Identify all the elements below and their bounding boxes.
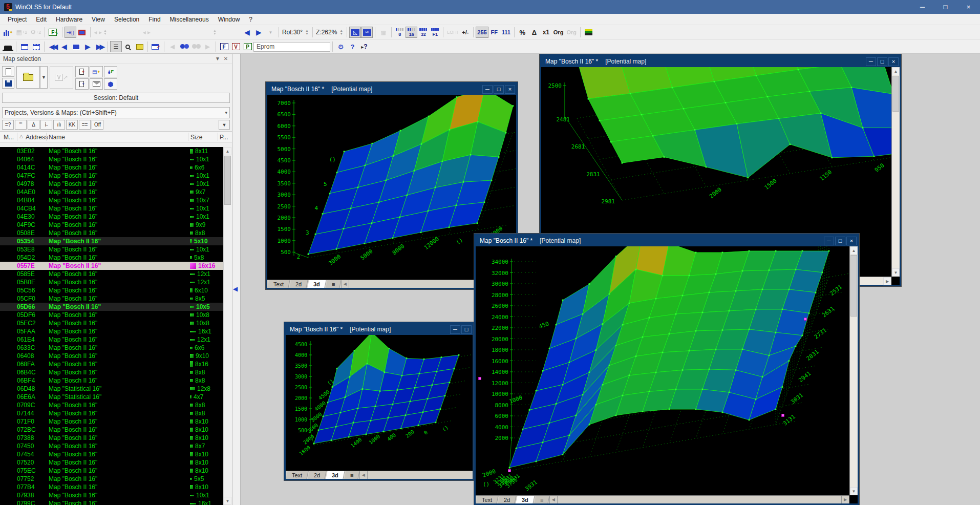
minimize-button[interactable]: ─ xyxy=(911,0,934,14)
map-table-header[interactable]: M... △ Address Name Size P... xyxy=(0,131,232,142)
map-row-07938[interactable]: 07938Map "Bosch II 16"10x1 xyxy=(0,491,223,499)
updown-spinner[interactable]: ▲▼ xyxy=(209,27,221,38)
map-row-07752[interactable]: 07752Map "Bosch II 16"5x5 xyxy=(0,475,223,483)
map-row-0414C[interactable]: 0414CMap "Bosch II 16"6x6 xyxy=(0,163,223,172)
search-again-button[interactable] xyxy=(190,41,202,52)
map-row-03E02[interactable]: 03E02Map "Bosch II 16"8x11 xyxy=(0,147,223,155)
map-row-05354[interactable]: 05354Map "Bosch II 16"5x10 xyxy=(0,237,223,245)
add-version-button[interactable]: ▦+2 xyxy=(15,27,29,38)
map-row-071F0[interactable]: 071F0Map "Bosch II 16"8x10 xyxy=(0,417,223,426)
window-a-close-button[interactable]: × xyxy=(505,85,515,94)
open-project-button[interactable] xyxy=(16,66,40,89)
map-row-06D48[interactable]: 06D48Map "Statistical 16"12x8 xyxy=(0,385,223,393)
map-row-06B4C[interactable]: 06B4CMap "Bosch II 16"8x8 xyxy=(0,368,223,376)
map-row-07144[interactable]: 07144Map "Bosch II 16"8x8 xyxy=(0,409,223,417)
map-row-077B4[interactable]: 077B4Map "Bosch II 16"8x10 xyxy=(0,483,223,491)
map-row-07520[interactable]: 07520Map "Bosch II 16"8x10 xyxy=(0,458,223,467)
delta-button[interactable]: Δ xyxy=(528,27,540,38)
map-window-d[interactable]: Map "Bosch II 16" * [Potential map] ─ □ … xyxy=(474,234,859,505)
map-row-06BF4[interactable]: 06BF4Map "Bosch II 16"8x8 xyxy=(0,376,223,385)
window-b-vscrollbar[interactable]: ▲ ▼ xyxy=(891,67,900,277)
tab-2d[interactable]: 2d xyxy=(290,280,308,288)
text-view-button[interactable]: ⇥▯ xyxy=(65,27,76,38)
menu-find[interactable]: Find xyxy=(144,14,165,25)
tab-2d[interactable]: 2d xyxy=(498,496,517,503)
filter-button-5[interactable]: KK xyxy=(66,120,78,130)
menu-selection[interactable]: Selection xyxy=(110,14,144,25)
map-row-04978[interactable]: 04978Map "Bosch II 16"10x1 xyxy=(0,180,223,188)
tab-3d[interactable]: 3d xyxy=(326,471,345,479)
scroll-up-icon[interactable]: ▲ xyxy=(224,147,231,155)
map-row-04CB4[interactable]: 04CB4Map "Bosch II 16"10x1 xyxy=(0,204,223,213)
tab-3d[interactable]: 3d xyxy=(308,280,327,288)
map-row-04AE0[interactable]: 04AE0Map "Bosch II 16"9x7 xyxy=(0,188,223,196)
new-window-button[interactable] xyxy=(18,41,30,52)
nav-back-button[interactable]: ◀ xyxy=(241,27,253,38)
window-b-maximize-button[interactable]: □ xyxy=(877,57,887,66)
settings-button[interactable]: ⚙ xyxy=(335,41,347,52)
map-row-07450[interactable]: 07450Map "Bosch II 16"8x7 xyxy=(0,442,223,450)
map-row-0557E[interactable]: 0557EMap "Bosch II 16"16x16 xyxy=(0,262,223,270)
map-row-05B0E[interactable]: 05B0EMap "Bosch II 16"12x1 xyxy=(0,278,223,286)
import-file-button[interactable]: F↘ xyxy=(47,27,59,38)
window-d-maximize-button[interactable]: □ xyxy=(835,237,845,245)
map-row-0799C[interactable]: 0799CMap "Bosch II 16"16x1 xyxy=(0,499,223,505)
map-row-0508E[interactable]: 0508EMap "Bosch II 16"8x8 xyxy=(0,229,223,237)
window-c-titlebar[interactable]: Map "Bosch II 16" * [Potential map] ─ □ xyxy=(286,324,473,335)
map-row-0585E[interactable]: 0585EMap "Bosch II 16"12x1 xyxy=(0,270,223,278)
original-button[interactable]: Org xyxy=(552,27,565,38)
scrollbar-thumb[interactable] xyxy=(224,156,231,205)
percent-button[interactable]: % xyxy=(517,27,528,38)
menu-miscellaneous[interactable]: Miscellaneous xyxy=(165,14,214,25)
map-row-07454[interactable]: 07454Map "Bosch II 16"8x10 xyxy=(0,450,223,458)
filter-button-6[interactable]: == xyxy=(79,120,91,130)
nav-forward-button[interactable]: ▶ xyxy=(253,27,265,38)
scroll-left-icon[interactable]: ◀ xyxy=(341,280,349,288)
scroll-left-icon[interactable]: ◀ xyxy=(549,496,558,503)
map-row-07388[interactable]: 07388Map "Bosch II 16"8x10 xyxy=(0,434,223,442)
map-row-047FC[interactable]: 047FCMap "Bosch II 16"10x1 xyxy=(0,172,223,180)
map-row-05FAA[interactable]: 05FAAMap "Bosch II 16"16x1 xyxy=(0,327,223,335)
scroll-right-icon[interactable]: ▶ xyxy=(841,496,849,503)
menu-hardware[interactable]: Hardware xyxy=(51,14,87,25)
bits-float-button[interactable]: F1 xyxy=(429,27,441,38)
project-view-button[interactable]: P xyxy=(242,41,253,52)
map-row-075EC[interactable]: 075ECMap "Bosch II 16"8x10 xyxy=(0,467,223,475)
window-c-minimize-button[interactable]: ─ xyxy=(450,325,460,334)
last-map-button[interactable]: ▶▶ xyxy=(94,41,105,52)
first-map-button[interactable]: ◀◀ xyxy=(47,41,58,52)
window-a-minimize-button[interactable]: ─ xyxy=(482,85,493,94)
menu-help[interactable]: ? xyxy=(244,14,257,25)
add-map-button[interactable]: + xyxy=(75,66,89,77)
projects-search-combo[interactable]: Projects, Versions & Maps: (Ctrl+Shift+F… xyxy=(2,107,230,118)
zoom-spinner[interactable]: ▲▼ xyxy=(339,29,343,35)
close-button[interactable]: × xyxy=(957,0,980,14)
menu-window[interactable]: Window xyxy=(214,14,245,25)
map-row-04064[interactable]: 04064Map "Bosch II 16"10x1 xyxy=(0,155,223,163)
notes-button[interactable] xyxy=(134,41,145,52)
bits-8-button[interactable]: 8 xyxy=(394,27,406,38)
tab-2d[interactable]: 2d xyxy=(308,471,327,479)
window-a-titlebar[interactable]: Map "Bosch II 16" * [Potential map] ─ □ … xyxy=(267,83,516,95)
project-wizard-button[interactable]: ✦ xyxy=(2,27,15,38)
view-2d-button[interactable]: ◺ xyxy=(349,27,361,38)
window-c-maximize-button[interactable]: □ xyxy=(461,325,472,334)
preview-button[interactable] xyxy=(122,41,134,52)
scroll-down-icon[interactable]: ▼ xyxy=(850,487,858,495)
new-project-button[interactable] xyxy=(2,66,14,77)
surface-plot-d[interactable]: 3400032000300002800026000240002200020000… xyxy=(476,246,849,495)
popout-window-button[interactable]: ↗ xyxy=(150,41,162,52)
search-back-button[interactable]: ◀ xyxy=(166,41,178,52)
menu-view[interactable]: View xyxy=(87,14,110,25)
maximize-button[interactable]: □ xyxy=(934,0,957,14)
map-window-c[interactable]: Map "Bosch II 16" * [Potential map] ─ □ … xyxy=(284,322,474,480)
map-list-scrollbar[interactable]: ▲ ▼ xyxy=(223,147,231,505)
tab-menu-icon[interactable]: ≡ xyxy=(326,280,342,288)
filter-button-7[interactable]: Off xyxy=(92,120,103,130)
colored-maps-button[interactable] xyxy=(583,27,594,38)
binary-button[interactable]: 111 xyxy=(500,27,512,38)
save-project-button[interactable] xyxy=(2,78,14,89)
scroll-left-icon[interactable]: ◀ xyxy=(359,471,368,479)
map-row-068FA[interactable]: 068FAMap "Bosch II 16"8x16 xyxy=(0,360,223,368)
window-b-titlebar[interactable]: Map "Bosch II 16" * [Potential map] ─ □ … xyxy=(541,56,900,67)
